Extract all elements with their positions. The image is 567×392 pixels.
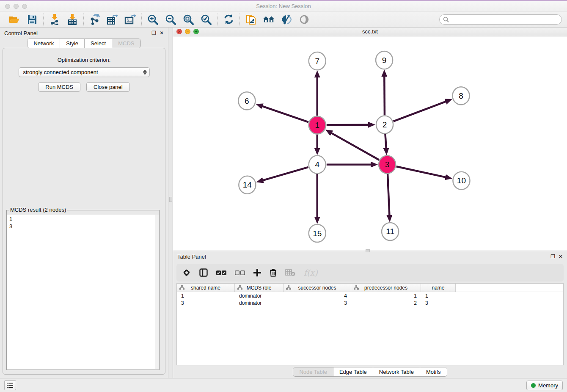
graph-node-14[interactable]: 14 bbox=[239, 176, 256, 194]
float-panel-icon[interactable]: ❐ bbox=[151, 30, 156, 36]
edge-2-8[interactable] bbox=[394, 101, 446, 121]
mcds-result-title: MCDS result (2 nodes) bbox=[9, 207, 67, 213]
unselect-all-columns-icon[interactable] bbox=[235, 270, 245, 276]
tab-select[interactable]: Select bbox=[85, 39, 112, 48]
memory-label: Memory bbox=[538, 382, 558, 389]
edge-1-2[interactable] bbox=[327, 125, 369, 125]
edge-4-14[interactable] bbox=[262, 167, 308, 181]
export-image-icon[interactable] bbox=[124, 14, 136, 25]
function-builder-icon: f(x) bbox=[304, 268, 318, 277]
result-scrollbar[interactable] bbox=[155, 215, 159, 369]
svg-text:15: 15 bbox=[313, 229, 322, 237]
column-header-successor-nodes[interactable]: successor nodes bbox=[284, 284, 351, 292]
network-graph[interactable]: 7968124314101511 bbox=[173, 36, 567, 251]
table-cell[interactable]: dominator bbox=[235, 293, 284, 299]
optimization-criterion-dropdown[interactable]: strongly connected component bbox=[19, 67, 150, 77]
run-mcds-button[interactable]: Run MCDS bbox=[38, 82, 80, 92]
open-session-icon[interactable] bbox=[8, 14, 20, 25]
graph-node-3[interactable]: 3 bbox=[379, 156, 396, 174]
column-header-shared-name[interactable]: shared name bbox=[177, 284, 235, 292]
edge-3-10[interactable] bbox=[396, 166, 446, 177]
splitter-grip[interactable] bbox=[169, 197, 172, 202]
zoom-fit-icon[interactable] bbox=[182, 14, 194, 25]
network-title: scc.txt bbox=[173, 28, 567, 35]
zoom-in-icon[interactable] bbox=[147, 14, 159, 25]
table-cell[interactable]: 3 bbox=[177, 300, 235, 306]
table-cell[interactable]: 1 bbox=[351, 293, 421, 299]
graph-node-6[interactable]: 6 bbox=[238, 92, 255, 110]
clone-network-icon[interactable] bbox=[245, 14, 257, 25]
column-header-predecessor-nodes[interactable]: predecessor nodes bbox=[351, 284, 421, 292]
node-table[interactable]: shared nameMCDS rolesuccessor nodesprede… bbox=[176, 283, 564, 365]
import-table-icon[interactable] bbox=[66, 14, 78, 25]
graph-node-2[interactable]: 2 bbox=[376, 116, 393, 133]
tab-network[interactable]: Network bbox=[28, 39, 60, 48]
table-cell[interactable]: 1 bbox=[421, 293, 456, 299]
mcds-result-text[interactable]: 1 3 bbox=[7, 215, 159, 369]
column-header-MCDS-role[interactable]: MCDS role bbox=[235, 284, 284, 292]
window-titlebar: Session: New Session bbox=[0, 1, 567, 11]
memory-status-icon bbox=[531, 383, 536, 388]
toggle-panel-icon[interactable] bbox=[199, 268, 208, 277]
export-table-icon[interactable] bbox=[107, 14, 118, 25]
mcds-panel: Optimization criterion: strongly connect… bbox=[3, 48, 165, 375]
edge-2-9[interactable] bbox=[384, 76, 385, 115]
zoom-out-icon[interactable] bbox=[165, 14, 176, 25]
select-all-columns-icon[interactable] bbox=[216, 270, 226, 276]
close-panel-button[interactable]: Close panel bbox=[86, 82, 130, 92]
refresh-icon[interactable] bbox=[223, 14, 234, 25]
horizontal-splitter-grip[interactable] bbox=[366, 249, 370, 252]
float-table-panel-icon[interactable]: ❐ bbox=[550, 254, 555, 259]
window-title: Session: New Session bbox=[0, 3, 567, 9]
graph-node-11[interactable]: 11 bbox=[382, 223, 399, 240]
edge-3-1[interactable] bbox=[331, 133, 379, 160]
edge-2-3[interactable] bbox=[385, 134, 386, 149]
search-input[interactable] bbox=[439, 14, 562, 25]
network-canvas[interactable]: 7968124314101511 bbox=[173, 36, 567, 251]
column-header-name[interactable]: name bbox=[421, 284, 456, 292]
tab-node-table[interactable]: Node Table bbox=[293, 367, 333, 376]
zoom-selected-icon[interactable] bbox=[200, 14, 212, 25]
table-cell[interactable]: 2 bbox=[351, 300, 421, 306]
memory-button[interactable]: Memory bbox=[526, 381, 563, 390]
save-session-icon[interactable] bbox=[26, 14, 38, 25]
tab-network-table[interactable]: Network Table bbox=[373, 367, 420, 376]
delete-column-icon[interactable] bbox=[270, 268, 277, 277]
table-cell[interactable]: 3 bbox=[421, 300, 456, 306]
svg-text:11: 11 bbox=[386, 227, 394, 236]
task-history-button[interactable] bbox=[4, 380, 16, 390]
graph-node-4[interactable]: 4 bbox=[309, 156, 326, 174]
close-panel-icon[interactable]: ✕ bbox=[160, 30, 164, 36]
network-window-titlebar: ✕ − ＋ scc.txt bbox=[173, 28, 567, 36]
home-icon[interactable] bbox=[263, 14, 275, 25]
add-column-icon[interactable] bbox=[253, 269, 261, 276]
tab-motifs[interactable]: Motifs bbox=[420, 367, 447, 376]
graph-node-8[interactable]: 8 bbox=[452, 87, 469, 105]
graph-node-10[interactable]: 10 bbox=[453, 172, 470, 190]
hide-details-icon[interactable] bbox=[281, 14, 292, 25]
table-cell[interactable]: 4 bbox=[284, 293, 351, 299]
import-network-icon[interactable] bbox=[49, 14, 61, 25]
table-cell[interactable]: 1 bbox=[177, 293, 235, 299]
delete-table-icon bbox=[285, 269, 295, 276]
export-network-icon[interactable] bbox=[89, 14, 101, 25]
gear-icon[interactable] bbox=[182, 268, 191, 277]
dropdown-value: strongly connected component bbox=[23, 69, 98, 75]
search-icon bbox=[443, 17, 449, 22]
close-table-panel-icon[interactable]: ✕ bbox=[559, 254, 563, 259]
table-cell[interactable]: dominator bbox=[235, 300, 284, 306]
graph-node-1[interactable]: 1 bbox=[309, 116, 326, 134]
tab-style[interactable]: Style bbox=[60, 39, 85, 48]
edge-3-11[interactable] bbox=[388, 174, 389, 216]
graph-node-15[interactable]: 15 bbox=[309, 224, 326, 242]
table-row[interactable]: 3dominator323 bbox=[177, 299, 563, 306]
tab-edge-table[interactable]: Edge Table bbox=[333, 367, 373, 376]
edge-1-6[interactable] bbox=[261, 106, 308, 122]
table-row[interactable]: 1dominator411 bbox=[177, 292, 563, 299]
vertical-splitter[interactable] bbox=[168, 28, 173, 378]
table-cell[interactable]: 3 bbox=[284, 300, 351, 306]
graph-node-7[interactable]: 7 bbox=[309, 52, 326, 70]
graph-node-9[interactable]: 9 bbox=[376, 51, 393, 69]
tab-mcds[interactable]: MCDS bbox=[112, 39, 140, 48]
show-details-icon[interactable] bbox=[298, 14, 310, 25]
